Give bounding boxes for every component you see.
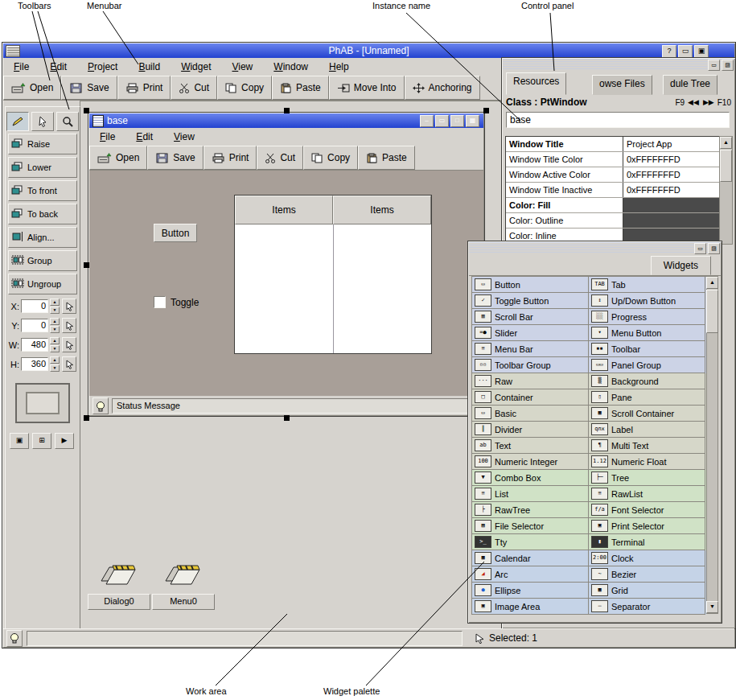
help-title-button[interactable]: ? (662, 45, 676, 58)
scroll-thumb[interactable] (720, 150, 732, 182)
widget-item-divider[interactable]: ║Divider (472, 422, 589, 438)
scroll-down-icon[interactable]: ▼ (706, 601, 718, 613)
widget-item-arc[interactable]: ◢Arc (472, 566, 589, 583)
widget-item-background[interactable]: ▒Background (589, 373, 705, 389)
widget-item-scroll-container[interactable]: ▦Scroll Container (589, 406, 705, 422)
module-dialog0[interactable]: Dialog0 (88, 557, 150, 610)
run-button[interactable]: ▶ (55, 433, 74, 449)
grab-button[interactable] (62, 299, 76, 314)
menu-help[interactable]: Help (319, 59, 360, 75)
spin-up-icon[interactable]: ▲ (50, 299, 60, 306)
open-button[interactable]: Open (89, 146, 147, 170)
draw-tool-button[interactable] (6, 112, 29, 131)
hint-bulb-button[interactable] (93, 397, 109, 414)
menu-edit[interactable]: Edit (39, 59, 77, 75)
menu-view[interactable]: View (163, 129, 205, 145)
resource-row-window-title-inactive[interactable]: Window Title Inactive0xFFFFFFFD (506, 183, 722, 198)
widget-item-label[interactable]: qnxLabel (589, 422, 705, 438)
cut-button[interactable]: Cut (171, 76, 217, 100)
menu-window[interactable]: Window (263, 59, 319, 75)
widget-item-progress[interactable]: ░░Progress (589, 309, 705, 325)
module-view-button[interactable]: ▣ (10, 433, 29, 449)
widget-item-menu-button[interactable]: ▾Menu Button (589, 325, 705, 341)
menu-build[interactable]: Build (128, 59, 171, 75)
spin-up-icon[interactable]: ▲ (50, 337, 60, 344)
list-pane-2[interactable] (334, 224, 432, 353)
widget-item-basic[interactable]: ▭Basic (472, 406, 589, 422)
move-into-button[interactable]: Move Into (329, 76, 405, 100)
widget-item-numeric-float[interactable]: 1.12Numeric Float (589, 454, 705, 470)
widget-item-rawtree[interactable]: ├RawTree (472, 502, 589, 518)
control-panel-titlebar[interactable]: ▭ ▨ (503, 59, 734, 71)
spin-down-icon[interactable]: ▼ (50, 307, 60, 314)
coord-value-field[interactable]: 0 (21, 299, 48, 313)
widget-item-panel-group[interactable]: ▭▭Panel Group (589, 357, 705, 373)
title-bar[interactable]: PhAB - [Unnamed] ? ▭ ▣ (3, 43, 734, 58)
grab-button[interactable] (62, 356, 76, 372)
menu-project[interactable]: Project (77, 59, 128, 75)
resource-row-window-active-color[interactable]: Window Active Color0xFFFFFFFD (506, 167, 722, 183)
widget-item-raw[interactable]: ···Raw (472, 373, 589, 389)
spin-down-icon[interactable]: ▼ (50, 345, 60, 352)
widget-item-font-selector[interactable]: f/aFont Selector (589, 502, 705, 518)
next-instance-button[interactable]: ▶▶ (702, 98, 715, 106)
palette-close-button[interactable]: ▨ (708, 243, 720, 254)
resize-handle-n[interactable] (284, 108, 290, 113)
resource-row-color-outline[interactable]: Color: Outline (506, 213, 722, 229)
widget-item-ellipse[interactable]: ●Ellipse (472, 583, 589, 599)
widget-item-tree[interactable]: ├─Tree (589, 470, 705, 486)
grab-button[interactable] (62, 337, 76, 352)
resize-handle-s[interactable] (284, 415, 290, 421)
prev-instance-button[interactable]: ◀◀ (687, 98, 700, 106)
ungroup-button[interactable]: Ungroup (8, 274, 77, 294)
resource-scrollbar[interactable]: ▲ (719, 136, 733, 245)
copy-button[interactable]: Copy (303, 146, 358, 170)
hint-bulb-button[interactable] (6, 630, 23, 647)
anchor-preview[interactable] (15, 383, 70, 423)
menu-widget[interactable]: Widget (171, 59, 221, 75)
maximize-button[interactable]: ▣ (694, 45, 709, 58)
design-window-base[interactable]: base – ▭ □ ▦ FileEditView OpenSavePrintC… (88, 112, 485, 417)
design-collapse-button[interactable]: – (420, 115, 434, 127)
minimize-button[interactable]: ▭ (678, 45, 693, 58)
widget-item-calendar[interactable]: ▦Calendar (472, 550, 589, 566)
anchoring-button[interactable]: Anchoring (405, 76, 480, 100)
add-module-button[interactable]: ⊞ (32, 433, 51, 449)
widget-item-pane[interactable]: ▯Pane (589, 389, 705, 406)
menu-view[interactable]: View (221, 59, 263, 75)
instance-name-input[interactable] (506, 112, 730, 128)
module-label[interactable]: Menu0 (152, 594, 215, 610)
spin-down-icon[interactable]: ▼ (50, 326, 60, 333)
copy-button[interactable]: Copy (217, 76, 272, 100)
print-button[interactable]: Print (117, 76, 171, 100)
widget-scrollbar[interactable]: ▲ ▼ (706, 276, 718, 614)
spin-up-icon[interactable]: ▲ (50, 356, 60, 364)
module-label[interactable]: Dialog0 (88, 594, 150, 610)
group-button[interactable]: Group (8, 250, 77, 271)
print-button[interactable]: Print (204, 146, 257, 170)
widget-item-numeric-integer[interactable]: 100Numeric Integer (472, 454, 589, 470)
save-button[interactable]: Save (61, 76, 117, 100)
widget-palette-titlebar[interactable]: ▭ ▨ (469, 242, 721, 254)
widget-item-multi-text[interactable]: ¶Multi Text (589, 438, 705, 454)
pt-button-widget[interactable]: Button (154, 224, 197, 242)
align-button[interactable]: Align... (8, 227, 77, 248)
tab-module-tree[interactable]: dule Tree (663, 75, 717, 95)
design-maximize-button[interactable]: □ (450, 115, 464, 127)
widget-item-menu-bar[interactable]: ≡Menu Bar (472, 341, 589, 357)
module-menu0[interactable]: Menu0 (152, 557, 215, 610)
coord-value-field[interactable]: 0 (21, 319, 48, 332)
coord-value-field[interactable]: 360 (21, 357, 48, 371)
save-button[interactable]: Save (147, 146, 203, 170)
resize-handle-w[interactable] (84, 262, 89, 268)
paste-button[interactable]: Paste (272, 76, 329, 100)
design-menu-button[interactable]: ▦ (466, 115, 479, 127)
pt-divider-widget[interactable]: Items Items (234, 195, 432, 354)
tab-widgets[interactable]: Widgets (651, 256, 711, 275)
scroll-up-icon[interactable]: ▲ (720, 137, 732, 149)
resize-handle-sw[interactable] (84, 415, 89, 421)
design-canvas[interactable]: Button Toggle Items Items (89, 170, 483, 396)
widget-item-container[interactable]: □Container (472, 389, 589, 406)
to-front-button[interactable]: To front (8, 180, 77, 201)
scroll-thumb[interactable] (706, 290, 718, 333)
